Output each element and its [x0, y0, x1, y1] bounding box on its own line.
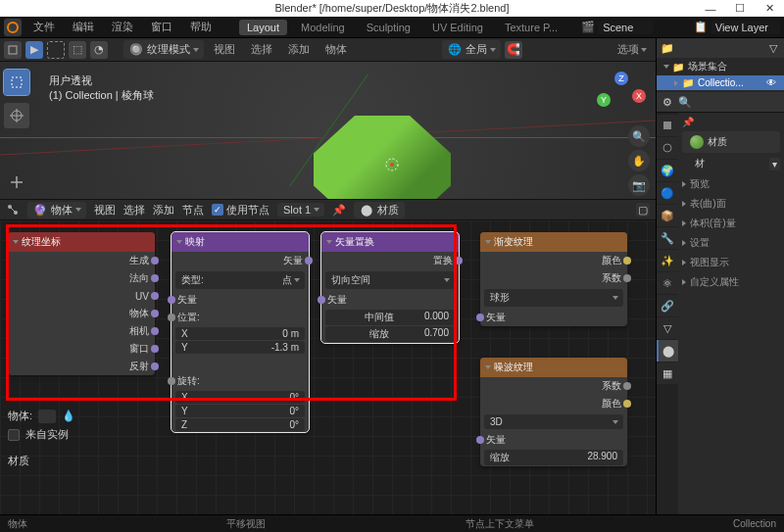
node-editor[interactable]: 纹理坐标 生成 法向 UV 物体 相机 窗口 反射 映: [0, 220, 656, 514]
node-header-mapping[interactable]: 映射: [172, 232, 309, 252]
socket-vector-in[interactable]: [168, 296, 175, 304]
displacement-space-dropdown[interactable]: 切向空间: [325, 271, 455, 289]
menu-object[interactable]: 物体: [319, 40, 353, 59]
select-circle-icon[interactable]: ⬚: [69, 41, 86, 59]
select-cursor-icon[interactable]: ▶: [25, 41, 43, 59]
socket-vector-in[interactable]: [318, 296, 325, 304]
mapping-loc-x[interactable]: X0 m: [175, 327, 305, 340]
tab-sculpting[interactable]: Sculpting: [359, 20, 418, 35]
select-lasso-icon[interactable]: ◔: [90, 41, 108, 59]
material-dropdown[interactable]: ⬤ 材质: [354, 202, 405, 218]
search-icon[interactable]: 🔍: [678, 95, 692, 109]
use-nodes-checkbox[interactable]: ✓ 使用节点: [212, 203, 270, 218]
node-editor-icon[interactable]: [6, 203, 20, 217]
socket-fac[interactable]: [623, 274, 631, 282]
prop-tab-data[interactable]: ▽: [657, 317, 678, 339]
displacement-scale[interactable]: 缩放0.700: [325, 326, 455, 342]
section-settings[interactable]: 设置: [682, 233, 780, 253]
node-mapping[interactable]: 映射 矢量 类型:点 矢量 位置: X0 m Y-1.3 m 旋转: X0° Y…: [172, 232, 309, 432]
tool-move[interactable]: [4, 169, 29, 195]
mapping-rot-x[interactable]: X0°: [175, 391, 305, 404]
from-instancer-checkbox[interactable]: [8, 429, 20, 441]
socket-normal[interactable]: [151, 274, 159, 282]
mapping-rot-y[interactable]: Y0°: [175, 405, 305, 417]
socket-color[interactable]: [623, 257, 631, 265]
socket-location[interactable]: [168, 314, 175, 321]
prop-tab-particle[interactable]: ✨: [657, 250, 678, 271]
socket-object[interactable]: [151, 310, 159, 317]
object-field[interactable]: [38, 410, 56, 423]
displacement-midlevel[interactable]: 中间值0.000: [325, 310, 455, 325]
pan-icon[interactable]: ✋: [628, 150, 650, 171]
backdrop-icon[interactable]: ▢: [636, 203, 650, 217]
socket-rotation[interactable]: [168, 377, 175, 385]
socket-vector-out[interactable]: [305, 257, 313, 265]
pin-icon[interactable]: 📌: [682, 117, 694, 127]
socket-window[interactable]: [151, 345, 159, 353]
node-texture-coord[interactable]: 纹理坐标 生成 法向 UV 物体 相机 窗口 反射: [8, 232, 155, 375]
tab-uvediting[interactable]: UV Editing: [424, 20, 491, 35]
scene-collection-row[interactable]: 📁 场景集合: [657, 58, 784, 75]
menu-file[interactable]: 文件: [27, 18, 61, 36]
prop-tab-constraint[interactable]: 🔗: [657, 295, 678, 316]
visibility-icon[interactable]: 👁: [766, 77, 776, 88]
menu-select[interactable]: 选择: [245, 40, 278, 59]
prop-tab-output[interactable]: [657, 137, 678, 159]
slot-dropdown[interactable]: Slot 1: [277, 203, 324, 217]
node-menu-view[interactable]: 视图: [94, 203, 116, 218]
node-menu-node[interactable]: 节点: [182, 203, 204, 218]
node-gradient-texture[interactable]: 渐变纹理 颜色 系数 球形 矢量: [480, 232, 627, 326]
tab-modeling[interactable]: Modeling: [293, 20, 353, 35]
tab-texturepaint[interactable]: Texture P...: [497, 20, 565, 35]
socket-uv[interactable]: [151, 292, 159, 300]
mapping-loc-y[interactable]: Y-1.3 m: [175, 341, 305, 354]
pin-icon[interactable]: 📌: [332, 203, 346, 217]
filter-icon[interactable]: ▽: [766, 41, 780, 55]
menu-view[interactable]: 视图: [208, 40, 241, 59]
3d-viewport[interactable]: 用户透视 (1) Collection | 棱角球: [0, 62, 656, 199]
viewlayer-dropdown[interactable]: View Layer: [711, 21, 780, 34]
node-menu-select[interactable]: 选择: [123, 203, 145, 218]
tool-select-box[interactable]: [4, 70, 29, 95]
maximize-icon[interactable]: ☐: [725, 0, 755, 21]
editor-type-icon[interactable]: [4, 41, 22, 59]
section-preview[interactable]: 预览: [682, 174, 780, 194]
outliner-icon[interactable]: 📁: [661, 41, 674, 55]
prop-tab-physics[interactable]: ⚛: [657, 272, 678, 294]
mapping-rot-z[interactable]: Z0°: [175, 418, 305, 431]
select-box-icon[interactable]: [47, 41, 65, 59]
socket-camera[interactable]: [151, 327, 159, 335]
snap-icon[interactable]: 🧲: [505, 41, 522, 59]
menu-help[interactable]: 帮助: [184, 18, 218, 36]
node-type-dropdown[interactable]: 🔮 物体: [27, 202, 86, 218]
prop-tab-render[interactable]: [657, 115, 678, 136]
properties-icon[interactable]: ⚙: [661, 95, 674, 109]
socket-generated[interactable]: [151, 257, 159, 265]
section-custom-props[interactable]: 自定义属性: [682, 272, 780, 292]
section-surface[interactable]: 表(曲)面: [682, 194, 780, 214]
prop-tab-world[interactable]: 🔵: [657, 182, 678, 204]
socket-displacement-out[interactable]: [455, 257, 463, 265]
mode-dropdown[interactable]: 🔘 纹理模式: [123, 40, 204, 59]
noise-dim-dropdown[interactable]: 3D: [484, 414, 623, 429]
collection-row[interactable]: 📁 Collectio... 👁: [657, 75, 784, 90]
mapping-type-dropdown[interactable]: 类型:点: [175, 271, 305, 289]
section-volume[interactable]: 体积(音)量: [682, 214, 780, 233]
socket-color[interactable]: [623, 400, 631, 408]
new-icon[interactable]: ▾: [769, 158, 780, 170]
menu-window[interactable]: 窗口: [145, 18, 178, 36]
material-slot-button[interactable]: 材质: [682, 131, 780, 153]
menu-add[interactable]: 添加: [282, 40, 316, 59]
node-header-gradient[interactable]: 渐变纹理: [480, 232, 627, 252]
minimize-icon[interactable]: —: [696, 0, 725, 21]
prop-tab-texture[interactable]: ▦: [657, 363, 678, 384]
prop-tab-object[interactable]: 📦: [657, 205, 678, 226]
menu-render[interactable]: 渲染: [106, 18, 139, 36]
eyedropper-icon[interactable]: 💧: [62, 410, 75, 422]
socket-fac[interactable]: [623, 382, 631, 390]
scene-dropdown[interactable]: Scene: [599, 21, 653, 34]
node-menu-add[interactable]: 添加: [153, 203, 174, 218]
close-icon[interactable]: ✕: [755, 0, 784, 21]
tab-layout[interactable]: Layout: [239, 20, 287, 35]
camera-icon[interactable]: 📷: [628, 174, 650, 196]
